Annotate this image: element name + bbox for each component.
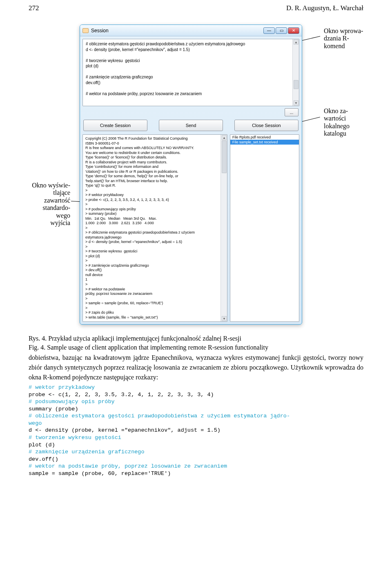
window-title: Session <box>91 28 109 33</box>
scroll-thumb[interactable] <box>222 140 227 173</box>
code-comment: # obliczenie estymatora gęstości prawdop… <box>29 412 363 427</box>
scroll-up-icon[interactable]: ▲ <box>222 135 227 140</box>
output-scrollbar[interactable]: ▲ ▼ <box>220 135 227 321</box>
figure-caption-pl: Rys. 4. Przykład użycia aplikacji implem… <box>29 334 363 343</box>
author-names: D. R. Augustyn, Ł. Warchał <box>286 4 363 12</box>
callout-local-dir: Okno za- wartości lokalnego katalogu <box>324 107 373 138</box>
maximize-button[interactable]: ▭ <box>276 27 287 34</box>
callout-stdout: Okno wyświe- tlające zawartość standardo… <box>25 182 70 227</box>
close-session-button[interactable]: Close Session <box>234 120 298 131</box>
code-line: dev.off() <box>29 456 363 463</box>
code-comment: # tworzenie wykresu gęstości <box>29 434 363 441</box>
code-comment: # podsumowujący opis próby <box>29 398 363 406</box>
browse-button[interactable]: ... <box>285 108 298 116</box>
code-line: plot (d) <box>29 441 363 449</box>
create-session-button[interactable]: Create Session <box>83 120 147 131</box>
close-window-button[interactable]: ✕ <box>288 27 299 34</box>
output-text: Copyright (C) 2008 The R Foundation for … <box>83 135 220 321</box>
file-item[interactable]: File Rplots.pdf received <box>230 135 299 140</box>
callout-cmd-input: Okno wprowa- dzania R- komend <box>324 27 377 50</box>
output-area[interactable]: Copyright (C) 2008 The R Foundation for … <box>82 134 227 322</box>
code-line: probe <- c(1, 2, 2, 3, 3.5, 3.2, 4, 1, 2… <box>29 391 363 399</box>
app-icon <box>82 28 89 33</box>
cmd-scrollbar[interactable]: ▲ ▼ <box>292 39 299 106</box>
code-comment: # wektor przykładowy <box>29 384 363 391</box>
scroll-thumb[interactable] <box>294 80 298 89</box>
send-button[interactable]: Send <box>159 120 223 131</box>
session-window: Session — ▭ ✕ # obliczenie estymatora gę… <box>80 25 302 325</box>
figure-area: Okno wyświe- tlające zawartość standardo… <box>0 12 392 331</box>
file-item-selected[interactable]: File sample_set.txt received <box>230 140 299 145</box>
command-text[interactable]: # obliczenie estymatora gęstości prawdop… <box>83 39 292 106</box>
body-paragraph: dobieństwa, bazując na kwadratowym jądrz… <box>0 353 392 382</box>
file-list-area[interactable]: File Rplots.pdf received File sample_set… <box>230 134 299 322</box>
code-comment: # wektor na podstawie próby, poprzez los… <box>29 463 363 470</box>
scroll-up-icon[interactable]: ▲ <box>294 40 298 45</box>
titlebar[interactable]: Session — ▭ ✕ <box>80 25 302 36</box>
code-listing: # wektor przykładowy probe <- c(1, 2, 2,… <box>0 382 392 477</box>
page-number: 272 <box>29 4 39 12</box>
code-line: d <- density (probe, kernel ="epanechnik… <box>29 427 363 434</box>
figure-caption-en: Fig. 4. Sample usage of client applicati… <box>29 343 363 352</box>
code-line: summary (probe) <box>29 406 363 413</box>
scroll-down-icon[interactable]: ▼ <box>222 316 227 321</box>
command-input-area[interactable]: # obliczenie estymatora gęstości prawdop… <box>82 39 299 106</box>
code-comment: # zamknięcie urządzenia graficznego <box>29 448 363 456</box>
code-line: sample = sample (probe, 60, replace='TRU… <box>29 470 363 477</box>
minimize-button[interactable]: — <box>263 27 275 34</box>
scroll-down-icon[interactable]: ▼ <box>294 100 298 105</box>
